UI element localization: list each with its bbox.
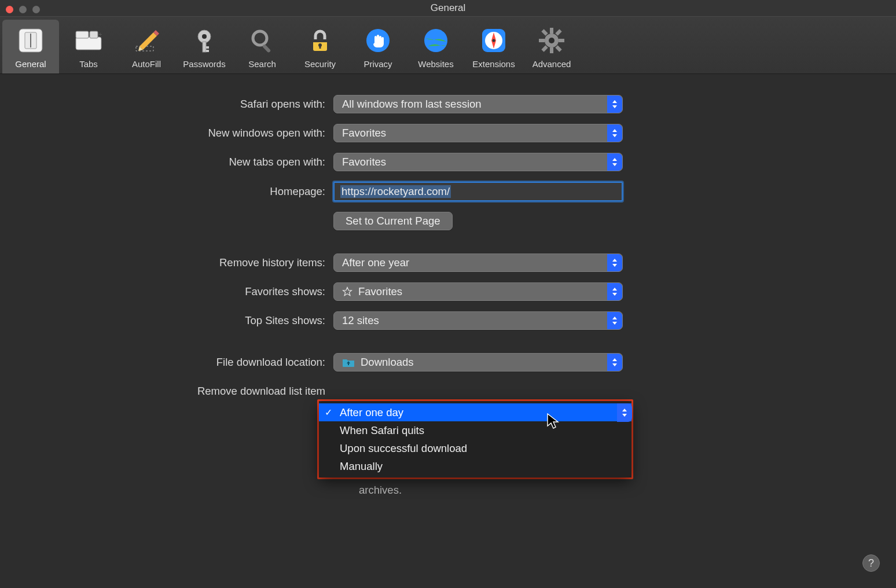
folder-downloads-icon [342, 358, 355, 367]
menu-option-after-one-day[interactable]: ✓ After one day [319, 403, 631, 421]
toolbar-tab-advanced[interactable]: Advanced [523, 20, 580, 74]
svg-marker-40 [612, 129, 617, 132]
annotation-highlight-box: ✓ After one day When Safari quits Upon s… [317, 399, 633, 479]
toolbar-tab-label: Search [248, 59, 276, 69]
svg-rect-21 [320, 45, 321, 49]
toolbar-tab-tabs[interactable]: + Tabs [60, 20, 117, 74]
toolbar-tab-label: Security [304, 59, 336, 69]
set-to-current-page-button[interactable]: Set to Current Page [333, 212, 453, 230]
svg-marker-50 [612, 322, 617, 325]
button-label: Set to Current Page [346, 215, 440, 227]
toolbar-tab-general[interactable]: General [2, 20, 59, 74]
svg-rect-34 [555, 45, 561, 52]
svg-marker-49 [612, 317, 617, 319]
toolbar-tab-websites[interactable]: Websites [407, 20, 464, 74]
favorites-shows-popup[interactable]: Favorites [333, 282, 623, 301]
homepage-label: Homepage: [0, 185, 333, 198]
toolbar-tab-passwords[interactable]: Passwords [176, 20, 233, 74]
svg-rect-4 [76, 31, 89, 38]
menu-option-label: Manually [340, 460, 383, 473]
svg-marker-8 [139, 32, 157, 50]
new-tabs-open-with-label: New tabs open with: [0, 156, 333, 168]
svg-marker-52 [612, 358, 617, 361]
close-window-button[interactable] [6, 6, 13, 13]
svg-rect-15 [206, 50, 209, 52]
extensions-compass-icon [480, 23, 508, 58]
svg-rect-31 [539, 39, 545, 42]
new-tabs-open-with-popup[interactable]: Favorites [333, 153, 623, 171]
menu-option-manually[interactable]: Manually [319, 457, 631, 475]
svg-point-16 [253, 31, 267, 45]
svg-rect-33 [541, 29, 548, 35]
svg-marker-47 [612, 288, 617, 291]
toolbar-tab-label: Websites [418, 59, 453, 69]
svg-marker-44 [612, 259, 617, 262]
updown-arrows-icon [607, 354, 622, 371]
preferences-toolbar: General + Tabs AutoFill [0, 16, 896, 74]
toolbar-tab-extensions[interactable]: Extensions [465, 20, 522, 74]
file-download-location-label: File download location: [0, 356, 333, 369]
tabs-icon: + [75, 23, 102, 58]
svg-rect-13 [203, 42, 206, 52]
updown-arrows-icon [607, 95, 622, 113]
toolbar-tab-label: Tabs [79, 59, 98, 69]
toolbar-tab-security[interactable]: Security [292, 20, 348, 74]
autofill-pencil-icon [133, 23, 160, 58]
toolbar-tab-search[interactable]: Search [234, 20, 291, 74]
top-sites-shows-label: Top Sites shows: [0, 314, 333, 327]
help-button[interactable]: ? [862, 554, 880, 572]
svg-point-37 [549, 38, 555, 43]
svg-rect-5 [90, 31, 98, 38]
popup-value: Favorites [342, 127, 386, 139]
svg-marker-45 [612, 264, 617, 267]
remove-download-list-items-label: Remove download list item [0, 385, 333, 398]
popup-value: 12 sites [342, 314, 379, 327]
popup-value: Favorites [342, 156, 386, 168]
toolbar-tab-label: AutoFill [132, 59, 161, 69]
menu-option-label: After one day [340, 406, 403, 419]
advanced-gear-icon [538, 23, 565, 58]
menu-option-when-safari-quits[interactable]: When Safari quits [319, 421, 631, 439]
passwords-key-icon [190, 23, 218, 58]
svg-rect-36 [541, 45, 548, 52]
checkmark-icon: ✓ [325, 407, 332, 418]
homepage-value: https://rocketyard.com/ [340, 185, 451, 198]
popup-value: Downloads [361, 356, 414, 369]
svg-marker-41 [612, 134, 617, 137]
svg-marker-57 [622, 414, 627, 417]
svg-rect-19 [313, 39, 327, 42]
svg-rect-2 [30, 34, 31, 47]
updown-arrows-icon [607, 312, 622, 329]
window-title: General [0, 2, 896, 14]
safari-opens-with-popup[interactable]: All windows from last session [333, 95, 623, 113]
file-download-location-popup[interactable]: Downloads [333, 353, 623, 372]
homepage-field[interactable]: https://rocketyard.com/ [333, 182, 623, 201]
top-sites-shows-popup[interactable]: 12 sites [333, 311, 623, 330]
svg-point-12 [202, 34, 207, 39]
titlebar: General [0, 0, 896, 16]
zoom-window-button[interactable] [32, 6, 40, 13]
toolbar-tab-label: Passwords [183, 59, 225, 69]
new-windows-open-with-label: New windows open with: [0, 127, 333, 139]
remove-download-list-items-menu[interactable]: ✓ After one day When Safari quits Upon s… [319, 401, 631, 477]
new-windows-open-with-popup[interactable]: Favorites [333, 124, 623, 142]
preferences-form: Safari opens with: All windows from last… [0, 74, 896, 400]
favorites-shows-label: Favorites shows: [0, 285, 333, 298]
svg-marker-38 [612, 100, 617, 103]
popup-value: After one year [342, 256, 409, 269]
updown-arrows-icon [607, 153, 622, 171]
menu-option-upon-successful-download[interactable]: Upon successful download [319, 439, 631, 457]
menu-option-label: When Safari quits [340, 424, 424, 437]
safe-files-description-partial: archives. [359, 484, 402, 497]
updown-arrows-icon [607, 283, 622, 300]
toolbar-tab-autofill[interactable]: AutoFill [118, 20, 175, 74]
minimize-window-button[interactable] [19, 6, 27, 13]
star-icon [342, 286, 352, 297]
svg-marker-39 [612, 105, 617, 108]
svg-rect-29 [550, 28, 553, 34]
safari-opens-with-label: Safari opens with: [0, 98, 333, 111]
help-label: ? [868, 557, 874, 569]
remove-history-items-popup[interactable]: After one year [333, 253, 623, 272]
toolbar-tab-privacy[interactable]: Privacy [350, 20, 406, 74]
remove-history-items-label: Remove history items: [0, 256, 333, 269]
